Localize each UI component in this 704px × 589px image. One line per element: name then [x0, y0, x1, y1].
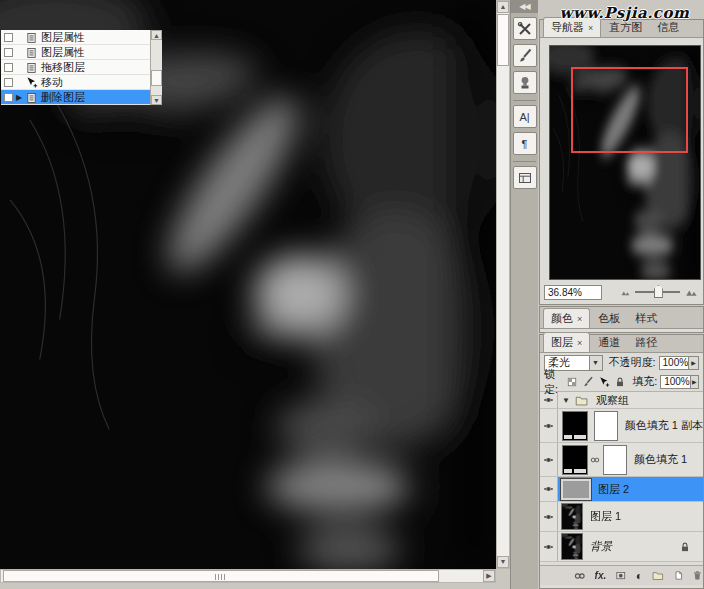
group-folder-icon — [574, 394, 589, 407]
tab-layers[interactable]: 图层× — [543, 332, 590, 352]
new-layer-icon[interactable] — [673, 569, 684, 582]
paragraph-panel-button[interactable]: ¶ — [513, 132, 537, 155]
lock-transparency-icon[interactable] — [566, 376, 578, 388]
tab-swatches[interactable]: 色板 — [591, 309, 627, 328]
adjustment-layer-icon[interactable]: ◐ — [636, 570, 643, 582]
history-source-checkbox[interactable] — [4, 93, 13, 102]
navigator-view-box[interactable] — [571, 67, 688, 153]
current-state-pointer-icon: ▶ — [16, 90, 25, 105]
scroll-up-button[interactable]: ▲ — [497, 1, 509, 13]
layer-style-fx-icon[interactable]: fx. — [595, 570, 607, 581]
fill-layer-thumbnail[interactable] — [562, 411, 588, 441]
fill-field[interactable]: 100% — [660, 375, 691, 389]
layer-row-fill[interactable]: 颜色填充 1 — [540, 443, 703, 477]
photoshop-workspace: ▲ ▼ ▶ ◀◀ A| ¶ www.Psjia.com 导航器× 直方图 信息 … — [0, 0, 704, 589]
new-group-folder-icon[interactable] — [652, 569, 664, 582]
layer-comps-button[interactable] — [513, 166, 537, 189]
navigator-preview[interactable] — [549, 45, 701, 280]
lock-pixels-brush-icon[interactable] — [582, 376, 594, 388]
delete-layer-trash-icon[interactable] — [692, 569, 703, 582]
lock-row: 锁定: 填充: 100% ▶ — [540, 372, 703, 391]
eye-icon — [542, 512, 555, 522]
brushes-button[interactable] — [513, 44, 537, 67]
collapse-dock-button[interactable]: ◀◀ — [511, 0, 538, 13]
visibility-toggle[interactable] — [540, 532, 558, 561]
dock-separator — [513, 161, 536, 162]
layer-mask-thumbnail[interactable] — [594, 411, 618, 441]
zoom-percentage-field[interactable]: 36.84% — [544, 285, 602, 300]
close-icon[interactable]: × — [577, 338, 582, 348]
brush-icon — [517, 48, 533, 64]
zoom-out-mountains-icon[interactable] — [620, 288, 631, 297]
expand-triangle-icon[interactable]: ▼ — [562, 396, 570, 405]
panel-icon-dock: ◀◀ A| ¶ — [510, 0, 538, 589]
layer-thumbnail[interactable] — [561, 503, 583, 530]
eye-icon — [542, 484, 555, 494]
navigator-panel: 导航器× 直方图 信息 36.84% — [539, 19, 704, 305]
visibility-toggle[interactable] — [540, 502, 558, 531]
layer-comps-icon — [517, 170, 533, 186]
history-source-checkbox[interactable] — [4, 63, 13, 72]
fill-layer-thumbnail[interactable] — [562, 445, 588, 475]
close-icon[interactable]: × — [577, 314, 582, 324]
layer-mask-thumbnail[interactable] — [603, 445, 627, 475]
lock-position-move-icon[interactable] — [598, 376, 610, 388]
history-source-checkbox[interactable] — [4, 48, 13, 57]
opacity-field[interactable]: 100% — [659, 356, 690, 370]
visibility-toggle[interactable] — [540, 477, 558, 501]
layer-row[interactable]: 图层 1 — [540, 502, 703, 532]
tab-styles[interactable]: 样式 — [628, 309, 664, 328]
add-layer-mask-icon[interactable] — [615, 569, 627, 582]
layer-thumbnail[interactable] — [561, 533, 583, 560]
history-scrollbar[interactable]: ▲ ▼ — [150, 30, 162, 105]
zoom-slider-thumb[interactable] — [654, 285, 663, 298]
tool-presets-button[interactable] — [513, 17, 537, 40]
canvas-vertical-scrollbar[interactable]: ▲ ▼ — [496, 0, 510, 569]
blend-mode-row: 柔光 ▼ 不透明度: 100% ▶ — [540, 353, 703, 372]
dock-separator — [513, 100, 536, 101]
history-scroll-thumb[interactable] — [151, 70, 162, 86]
zoom-in-mountains-icon[interactable] — [684, 286, 699, 298]
link-layers-chain-icon[interactable] — [574, 570, 586, 582]
layer-row-selected[interactable]: 图层 2 — [540, 477, 703, 502]
history-item-selected[interactable]: ▶ 删除图层 — [1, 90, 150, 105]
layer-state-icon — [25, 61, 38, 74]
tab-channels[interactable]: 通道 — [591, 333, 627, 352]
eye-icon — [542, 395, 555, 405]
zoom-slider-track[interactable] — [635, 291, 680, 293]
character-panel-button[interactable]: A| — [513, 105, 537, 128]
canvas-horizontal-scrollbar[interactable]: ▶ — [0, 569, 496, 583]
opacity-spinner-icon[interactable]: ▶ — [689, 356, 699, 370]
tab-color[interactable]: 颜色× — [543, 308, 590, 328]
layer-row-group[interactable]: ▼ 观察组 — [540, 392, 703, 409]
background-lock-icon — [679, 541, 691, 553]
chevron-down-icon[interactable]: ▼ — [589, 356, 602, 370]
history-item[interactable]: 图层属性 — [1, 45, 150, 60]
layers-bottom-bar: fx. ◐ — [540, 565, 703, 585]
history-source-checkbox[interactable] — [4, 78, 13, 87]
layer-row-fill-copy[interactable]: 颜色填充 1 副本 — [540, 409, 703, 443]
history-item[interactable]: 图层属性 — [1, 30, 150, 45]
history-item[interactable]: 拖移图层 — [1, 60, 150, 75]
visibility-toggle[interactable] — [540, 443, 558, 476]
visibility-toggle[interactable] — [540, 409, 558, 442]
horizontal-scroll-thumb[interactable] — [3, 570, 439, 582]
close-icon[interactable]: × — [588, 23, 593, 33]
scroll-down-button[interactable]: ▼ — [497, 556, 509, 568]
visibility-toggle[interactable] — [540, 392, 558, 408]
fill-spinner-icon[interactable]: ▶ — [691, 375, 699, 389]
layers-tabbar: 图层× 通道 路径 — [540, 335, 703, 353]
scroll-up-button[interactable]: ▲ — [151, 30, 162, 40]
clone-source-button[interactable] — [513, 71, 537, 94]
layer-row-background[interactable]: 背景 — [540, 532, 703, 562]
scroll-down-button[interactable]: ▼ — [151, 95, 162, 105]
lock-all-icon[interactable] — [614, 376, 626, 388]
eye-icon — [542, 455, 555, 465]
tab-paths[interactable]: 路径 — [628, 333, 664, 352]
layer-thumbnail[interactable] — [561, 479, 591, 500]
history-source-checkbox[interactable] — [4, 33, 13, 42]
navigator-zoom-slider — [620, 286, 699, 298]
vertical-scroll-thumb[interactable] — [497, 14, 509, 66]
scroll-right-button[interactable]: ▶ — [483, 570, 495, 582]
history-item[interactable]: 移动 — [1, 75, 150, 90]
